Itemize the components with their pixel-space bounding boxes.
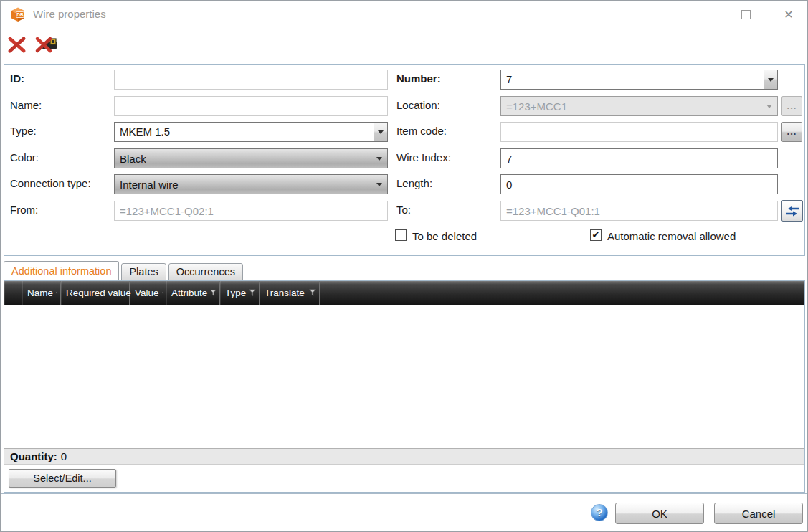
column-header-type[interactable]: Type (220, 281, 260, 305)
name-label: Name: (10, 99, 42, 111)
chevron-down-icon (376, 183, 382, 186)
to-input (500, 201, 778, 221)
tab-plates[interactable]: Plates (121, 263, 166, 280)
tab-additional-information[interactable]: Additional information (4, 261, 119, 280)
number-value: 7 (501, 70, 764, 89)
svg-text:DB: DB (16, 12, 24, 17)
column-header-attribute[interactable]: Attribute (166, 281, 220, 305)
length-input[interactable] (500, 174, 778, 194)
quantity-bar: Quantity: 0 (4, 448, 804, 465)
delete-button[interactable] (4, 32, 30, 58)
table-body[interactable] (4, 305, 804, 448)
location-dropdown: =123+MCC1 (500, 96, 778, 116)
swap-arrows-icon (786, 206, 799, 217)
to-be-deleted-checkbox[interactable] (395, 229, 407, 241)
item-code-input[interactable] (500, 122, 778, 142)
delete-red-x-icon (6, 34, 28, 55)
item-code-label: Item code: (396, 125, 447, 137)
app-db-cube-icon: DB (10, 6, 27, 23)
chevron-down-icon (766, 105, 772, 108)
table-header: Name Required value Value Attribute Type… (4, 281, 804, 305)
automatic-removal-label: Automatic removal allowed (607, 230, 736, 242)
wire-index-label: Wire Index: (396, 151, 451, 163)
column-header-value[interactable]: Value (130, 281, 166, 305)
ok-button[interactable]: OK (615, 503, 704, 524)
type-dropdown-button[interactable] (374, 123, 387, 141)
maximize-button[interactable] (733, 1, 758, 28)
close-button[interactable]: ✕ (776, 1, 801, 28)
name-input[interactable] (114, 96, 388, 116)
column-header-name[interactable]: Name (22, 281, 61, 305)
connection-type-label: Connection type: (10, 177, 91, 189)
filter-funnel-icon[interactable] (249, 289, 256, 297)
column-header-translate[interactable]: Translate (260, 281, 320, 305)
minimize-icon (693, 16, 703, 16)
help-button[interactable]: ? (591, 504, 608, 521)
wire-properties-dialog: DB Wire properties ✕ ID: N (0, 0, 808, 532)
chevron-down-icon (768, 78, 774, 82)
swap-from-to-button[interactable] (781, 200, 803, 222)
color-label: Color: (10, 151, 39, 163)
tab-occurrences[interactable]: Occurrences (168, 263, 243, 280)
automatic-removal-checkbox[interactable]: ✔ (590, 229, 602, 241)
minimize-button[interactable] (686, 1, 710, 28)
column-header-required-value[interactable]: Required value (61, 281, 130, 305)
length-label: Length: (396, 177, 432, 189)
type-value: MKEM 1.5 (115, 123, 374, 141)
location-label: Location: (396, 99, 440, 111)
filter-funnel-icon[interactable] (162, 289, 163, 297)
wire-properties-form: ID: Name: Type: MKEM 1.5 Color: Black Co… (4, 64, 805, 256)
type-label: Type: (10, 125, 37, 137)
connection-type-value: Internal wire (115, 179, 376, 191)
type-combobox[interactable]: MKEM 1.5 (114, 122, 388, 142)
id-input[interactable] (114, 70, 388, 90)
number-combobox[interactable]: 7 (500, 70, 778, 90)
filter-funnel-icon[interactable] (56, 289, 57, 297)
tab-strip: Additional information Plates Occurrence… (4, 262, 245, 280)
quantity-label: Quantity: (10, 450, 57, 462)
row-selector-header (4, 281, 22, 305)
dialog-footer: ? OK Cancel (1, 493, 807, 531)
from-label: From: (10, 204, 38, 216)
location-value: =123+MCC1 (501, 100, 766, 113)
panel-bottom-strip: Select/Edit... (4, 465, 804, 492)
toolbar (1, 31, 807, 61)
id-label: ID: (10, 72, 24, 85)
column-header-filler (320, 281, 804, 305)
number-label: Number: (396, 72, 441, 85)
window-title: Wire properties (33, 8, 106, 20)
additional-information-panel: Name Required value Value Attribute Type… (4, 280, 805, 493)
wire-index-input[interactable] (500, 148, 778, 168)
delete-wire-button[interactable] (33, 32, 62, 58)
color-dropdown[interactable]: Black (114, 148, 388, 168)
filter-funnel-icon[interactable] (210, 289, 217, 297)
titlebar: DB Wire properties ✕ (1, 1, 807, 29)
item-code-browse-button[interactable]: ... (781, 122, 802, 142)
chevron-down-icon (378, 130, 384, 134)
select-edit-button[interactable]: Select/Edit... (9, 469, 116, 488)
connection-type-dropdown[interactable]: Internal wire (114, 174, 388, 194)
filter-funnel-icon[interactable] (309, 289, 316, 297)
to-be-deleted-label: To be deleted (412, 230, 477, 242)
number-dropdown-button[interactable] (764, 70, 777, 89)
delete-wire-icon (34, 34, 60, 55)
color-value: Black (115, 153, 376, 165)
cancel-button[interactable]: Cancel (714, 503, 803, 524)
quantity-value: 0 (61, 450, 67, 462)
location-browse-button: ... (781, 96, 802, 116)
chevron-down-icon (376, 157, 382, 161)
from-input (114, 201, 388, 221)
to-label: To: (396, 204, 411, 216)
maximize-icon (741, 10, 751, 19)
